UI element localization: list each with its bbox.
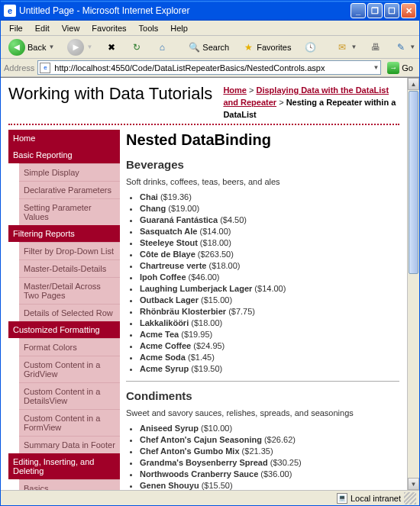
product-name: Acme Syrup bbox=[140, 364, 189, 373]
breadcrumb: Home > Displaying Data with the DataList… bbox=[223, 84, 399, 121]
status-zone: Local intranet bbox=[351, 494, 401, 503]
product-price: ($24.95) bbox=[191, 341, 225, 350]
mail-button[interactable]: ✉▼ bbox=[331, 39, 361, 56]
menu-tools[interactable]: Tools bbox=[134, 23, 164, 34]
search-button[interactable]: 🔍 Search bbox=[183, 39, 234, 56]
category-description: Soft drinks, coffees, teas, beers, and a… bbox=[126, 177, 399, 186]
vertical-scrollbar[interactable]: ▲ ▼ bbox=[407, 78, 419, 490]
sidebar-item-home[interactable]: Home bbox=[8, 130, 120, 147]
refresh-icon: ↻ bbox=[131, 41, 143, 53]
product-name: Chef Anton's Gumbo Mix bbox=[140, 446, 240, 456]
product-name: Acme Soda bbox=[140, 353, 186, 362]
breadcrumb-home[interactable]: Home bbox=[223, 85, 247, 95]
sidebar-subitem[interactable]: Simple Display bbox=[19, 163, 120, 181]
sidebar-subitem[interactable]: Custom Content in a FormView bbox=[19, 409, 120, 436]
product-price: ($18.00) bbox=[198, 238, 231, 247]
address-input[interactable] bbox=[53, 62, 373, 73]
close-button[interactable]: ✕ bbox=[401, 3, 416, 18]
sidebar-subitem[interactable]: Master-Details-Details bbox=[19, 259, 120, 277]
go-button[interactable]: → Go bbox=[384, 61, 416, 75]
favorites-button[interactable]: ★ Favorites bbox=[237, 39, 296, 56]
menu-edit[interactable]: Edit bbox=[30, 23, 55, 34]
home-button[interactable]: ⌂ bbox=[151, 39, 173, 56]
product-price: ($18.00) bbox=[206, 261, 240, 270]
product-price: ($263.50) bbox=[195, 250, 234, 259]
product-price: ($19.95) bbox=[179, 330, 212, 339]
sidebar-category[interactable]: Basic Reporting bbox=[8, 147, 120, 163]
maximize-button[interactable]: ☐ bbox=[384, 3, 399, 18]
go-label: Go bbox=[402, 63, 413, 73]
product-item: Chef Anton's Cajun Seasoning ($26.62) bbox=[140, 435, 399, 444]
product-price: ($15.50) bbox=[199, 481, 233, 490]
product-price: ($10.00) bbox=[199, 424, 232, 433]
sidebar-subitem[interactable]: Basics bbox=[19, 479, 120, 490]
product-price: ($19.50) bbox=[189, 364, 222, 373]
category-divider bbox=[126, 381, 399, 382]
resize-gripper[interactable] bbox=[404, 492, 416, 504]
sidebar-subitem[interactable]: Master/Detail Across Two Pages bbox=[19, 277, 120, 304]
product-name: Northwoods Cranberry Sauce bbox=[140, 469, 258, 479]
forward-dropdown-icon: ▼ bbox=[86, 44, 92, 50]
restore-button[interactable]: ❐ bbox=[367, 3, 383, 18]
product-item: Chai ($19.36) bbox=[140, 192, 399, 201]
address-bar: Address e ▼ → Go bbox=[1, 59, 419, 77]
sidebar-subitem[interactable]: Format Colors bbox=[19, 338, 120, 356]
address-dropdown-icon[interactable]: ▼ bbox=[373, 64, 379, 71]
address-label: Address bbox=[4, 63, 34, 73]
refresh-button[interactable]: ↻ bbox=[126, 39, 147, 56]
category-description: Sweet and savory sauces, relishes, sprea… bbox=[126, 408, 399, 417]
product-price: ($26.62) bbox=[262, 435, 296, 444]
product-name: Genen Shouyu bbox=[140, 481, 199, 490]
scroll-up-button[interactable]: ▲ bbox=[408, 78, 419, 90]
forward-button: ► ▼ bbox=[63, 37, 97, 58]
toolbar: ◄ Back ▼ ► ▼ ✖ ↻ ⌂ 🔍 Search ★ Favorites … bbox=[1, 36, 419, 59]
main-content: Nested DataBinding BeveragesSoft drinks,… bbox=[126, 130, 399, 490]
product-item: Guaraná Fantástica ($4.50) bbox=[140, 215, 399, 224]
product-price: ($19.36) bbox=[158, 192, 192, 201]
scroll-down-button[interactable]: ▼ bbox=[408, 478, 419, 490]
minimize-button[interactable]: _ bbox=[351, 3, 366, 18]
sidebar-category[interactable]: Filtering Reports bbox=[8, 225, 120, 242]
stop-button[interactable]: ✖ bbox=[101, 39, 122, 56]
print-button[interactable]: 🖶 bbox=[365, 39, 386, 56]
product-item: Acme Coffee ($24.95) bbox=[140, 341, 399, 350]
product-list: Chai ($19.36)Chang ($19.00)Guaraná Fantá… bbox=[140, 192, 399, 373]
address-field[interactable]: e ▼ bbox=[37, 60, 381, 75]
product-name: Chef Anton's Cajun Seasoning bbox=[140, 435, 262, 444]
sidebar-subitem[interactable]: Summary Data in Footer bbox=[19, 436, 120, 453]
sidebar-subitem[interactable]: Custom Content in a GridView bbox=[19, 356, 120, 382]
product-item: Acme Syrup ($19.50) bbox=[140, 364, 399, 373]
page-icon: e bbox=[40, 63, 50, 73]
product-name: Guaraná Fantástica bbox=[140, 215, 218, 224]
sidebar-subitem[interactable]: Declarative Parameters bbox=[19, 181, 120, 198]
back-button[interactable]: ◄ Back ▼ bbox=[4, 37, 59, 58]
star-icon: ★ bbox=[242, 41, 254, 53]
product-item: Chef Anton's Gumbo Mix ($21.35) bbox=[140, 446, 399, 456]
scroll-thumb[interactable] bbox=[409, 91, 418, 274]
back-arrow-icon: ◄ bbox=[8, 39, 25, 56]
product-item: Lakkalikööri ($18.00) bbox=[140, 318, 399, 327]
menu-favorites[interactable]: Favorites bbox=[86, 23, 131, 34]
history-button[interactable]: 🕓 bbox=[299, 39, 321, 56]
edit-button[interactable]: ✎▼ bbox=[390, 39, 420, 56]
menu-help[interactable]: Help bbox=[165, 23, 193, 34]
menu-view[interactable]: View bbox=[57, 23, 86, 34]
search-icon: 🔍 bbox=[188, 41, 200, 53]
back-dropdown-icon: ▼ bbox=[48, 44, 54, 50]
product-price: ($4.50) bbox=[218, 215, 247, 224]
menu-file[interactable]: File bbox=[4, 23, 28, 34]
sidebar-subitem[interactable]: Custom Content in a DetailsView bbox=[19, 382, 120, 409]
product-item: Acme Soda ($1.45) bbox=[140, 353, 399, 362]
product-name: Acme Tea bbox=[140, 330, 179, 339]
product-name: Lakkalikööri bbox=[140, 318, 189, 327]
print-icon: 🖶 bbox=[370, 41, 382, 53]
product-list: Aniseed Syrup ($10.00)Chef Anton's Cajun… bbox=[140, 424, 399, 490]
sidebar-subitem[interactable]: Filter by Drop-Down List bbox=[19, 242, 120, 259]
sidebar-subitem[interactable]: Setting Parameter Values bbox=[19, 198, 120, 225]
sidebar-category[interactable]: Editing, Inserting, and Deleting bbox=[8, 453, 120, 479]
product-name: Steeleye Stout bbox=[140, 238, 198, 247]
product-name: Rhönbräu Klosterbier bbox=[140, 307, 226, 316]
product-name: Laughing Lumberjack Lager bbox=[140, 284, 252, 293]
sidebar-category[interactable]: Customized Formatting bbox=[8, 321, 120, 338]
sidebar-subitem[interactable]: Details of Selected Row bbox=[19, 304, 120, 321]
